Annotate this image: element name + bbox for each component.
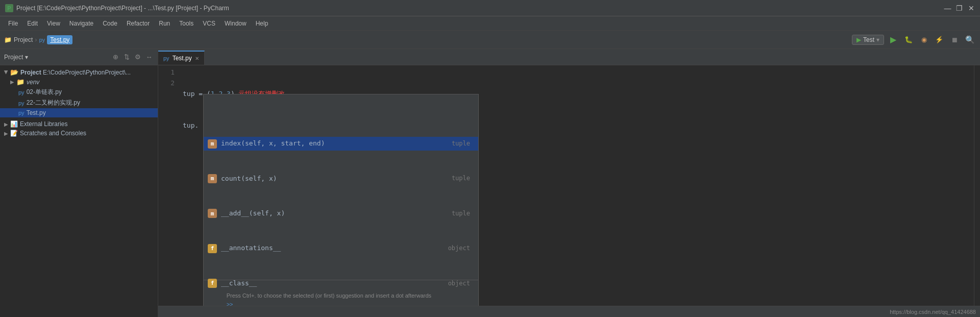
ac-item-1[interactable]: m count(self, x) tuple [204,172,478,186]
arrow-icon-venv: ▶ [10,79,14,85]
stop-button[interactable]: ⏹ [948,34,961,46]
menu-bar: File Edit View Navigate Code Refactor Ru… [0,16,980,31]
status-url: https://blog.csdn.net/qq_41424688 [890,309,976,315]
arrow-icon-project: ▶ [4,70,9,75]
menu-refactor[interactable]: Refactor [122,18,154,29]
breadcrumb-project-label: Project [14,36,33,43]
ac-icon-0: m [208,139,217,149]
run-config-label: Test [863,36,874,43]
sidebar-expand-icon[interactable]: ⇅ [122,53,131,62]
file-icon-22: py [18,100,24,106]
tree-item-testpy[interactable]: py Test.py [0,108,158,117]
file-icon-py-breadcrumb: py [39,37,45,43]
sidebar-panel: Project ▾ ⊕ ⇅ ⚙ ↔ ▶ 📂 Project E:\CodePro… [0,49,158,317]
sidebar-toolbar: ⊕ ⇅ ⚙ ↔ [111,53,154,62]
editor-right-gutter [974,65,980,306]
library-icon: 📊 [10,120,18,128]
sidebar-locate-icon[interactable]: ⊕ [111,53,120,62]
project-tree: ▶ 📂 Project E:\CodeProject\PythonProject… [0,65,158,317]
profile-button[interactable]: ⚡ [933,34,945,46]
maximize-button[interactable]: ❐ [955,4,963,12]
sidebar-title: Project ▾ [4,54,108,61]
tree-label-02: 02-单链表.py [27,88,62,96]
tree-item-venv[interactable]: ▶ 📁 venv [0,77,158,87]
autocomplete-list: m index(self, x, start, end) tuple m cou… [204,116,478,259]
menu-view[interactable]: View [43,18,64,29]
breadcrumb-project[interactable]: 📁 Project [4,36,33,43]
tab-close-icon[interactable]: ✕ [195,56,199,61]
ac-footer-text: Press Ctrl+. to choose the selected (or … [227,292,431,299]
ac-name-2: __add__(self, x) [221,208,448,219]
ac-name-0: index(self, x, start, end) [221,138,448,149]
editor-content: 1 2 tup = (1,2,3) 元组没有增删改 tup. m index(s… [158,65,980,306]
breadcrumb-file-label: Test.py [47,35,72,44]
coverage-button[interactable]: ◉ [918,34,930,46]
tab-label: Test.py [173,55,192,62]
tree-item-22[interactable]: py 22-二叉树的实现.py [0,97,158,108]
menu-code[interactable]: Code [99,18,121,29]
menu-run[interactable]: Run [155,18,174,29]
menu-help[interactable]: Help [252,18,273,29]
toolbar-actions: ▶ Test ▾ ▶ 🐛 ◉ ⚡ ⏹ 🔍 [852,34,976,46]
editor-tab-testpy[interactable]: py Test.py ✕ [158,51,205,65]
tree-item-external-libraries[interactable]: ▶ 📊 External Libraries [0,119,158,129]
run-configuration[interactable]: ▶ Test ▾ [852,35,884,45]
editor-area: py Test.py ✕ 1 2 tup = (1,2,3) 元组没有增删改 t… [158,49,980,317]
window-controls: — ❐ ✕ [944,4,975,12]
main-layout: Project ▾ ⊕ ⇅ ⚙ ↔ ▶ 📂 Project E:\CodePro… [0,49,980,317]
menu-window[interactable]: Window [220,18,251,29]
breadcrumb: 📁 Project › py Test.py [4,35,850,44]
line-num-1: 1 [158,67,175,78]
tree-label-ext: External Libraries [20,120,67,128]
tree-label-project: Project E:\CodeProject\PythonProject\... [20,69,131,76]
folder-icon-project: 📂 [10,68,18,76]
sidebar-hide-icon[interactable]: ↔ [144,53,154,62]
line-numbers: 1 2 [158,65,179,306]
ac-type-4: object [448,279,470,288]
menu-vcs[interactable]: VCS [199,18,219,29]
status-bar: https://blog.csdn.net/qq_41424688 [158,306,980,317]
search-everywhere-button[interactable]: 🔍 [964,34,976,46]
file-icon-test: py [18,110,24,116]
arrow-icon-scratches: ▶ [4,131,8,136]
tree-item-02[interactable]: py 02-单链表.py [0,87,158,97]
ac-type-2: tuple [452,209,470,218]
code-editor[interactable]: tup = (1,2,3) 元组没有增删改 tup. m index(self,… [179,65,974,306]
scratches-icon: 📝 [10,130,18,137]
ac-item-4[interactable]: f __class__ object [204,277,478,290]
run-config-dropdown-icon: ▾ [876,36,879,43]
ac-icon-2: m [208,209,217,218]
run-button[interactable]: ▶ [887,34,899,46]
ac-icon-4: f [208,279,217,288]
code-tup-dot: tup. [183,120,199,131]
ac-footer-link[interactable]: >> [227,301,233,306]
ac-icon-1: m [208,174,217,183]
menu-navigate[interactable]: Navigate [65,18,97,29]
ac-item-0[interactable]: m index(self, x, start, end) tuple [204,137,478,151]
title-bar: P Project [E:\CodeProject\PythonProject\… [0,0,980,16]
window-title: Project [E:\CodeProject\PythonProject\Pr… [16,5,944,12]
ac-name-3: __annotations__ [221,243,444,254]
run-config-icon: ▶ [856,36,861,43]
tree-item-scratches[interactable]: ▶ 📝 Scratches and Consoles [0,129,158,138]
tree-item-project-root[interactable]: ▶ 📂 Project E:\CodeProject\PythonProject… [0,67,158,77]
ac-item-2[interactable]: m __add__(self, x) tuple [204,207,478,221]
tree-label-22: 22-二叉树的实现.py [27,99,80,107]
sidebar-settings-icon[interactable]: ⚙ [133,53,142,62]
menu-file[interactable]: File [4,18,22,29]
ac-item-3[interactable]: f __annotations__ object [204,241,478,255]
app-icon: P [5,4,13,12]
tree-label-venv: venv [27,79,39,86]
editor-tabs: py Test.py ✕ [158,49,980,65]
line-num-2: 2 [158,78,175,89]
breadcrumb-file[interactable]: py Test.py [39,35,73,44]
breadcrumb-separator: › [35,36,37,43]
menu-edit[interactable]: Edit [23,18,42,29]
debug-button[interactable]: 🐛 [902,34,915,46]
autocomplete-dropdown: m index(self, x, start, end) tuple m cou… [203,94,479,306]
ac-name-1: count(self, x) [221,174,448,184]
close-button[interactable]: ✕ [967,4,975,12]
arrow-icon-ext: ▶ [4,121,8,127]
menu-tools[interactable]: Tools [175,18,198,29]
minimize-button[interactable]: — [944,4,951,12]
